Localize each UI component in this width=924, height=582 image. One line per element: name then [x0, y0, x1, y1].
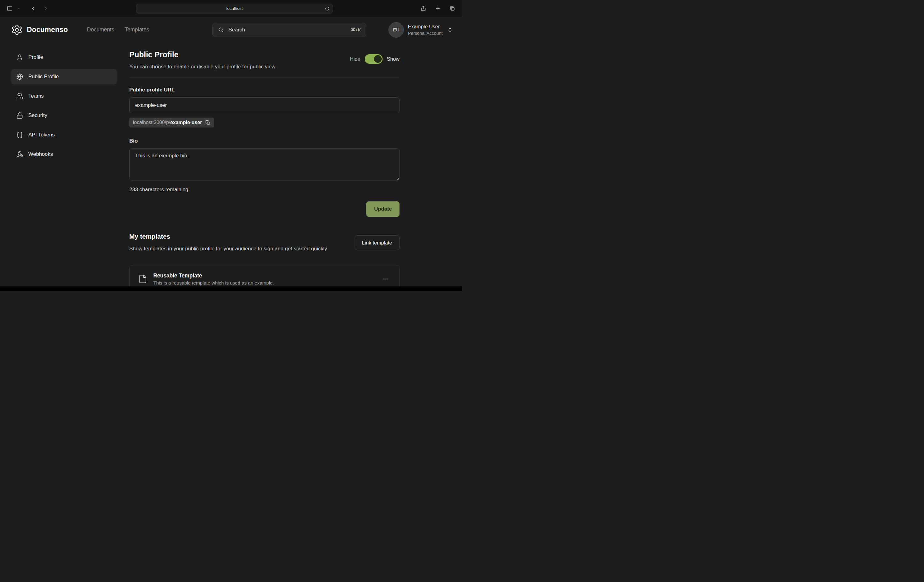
- template-title: Reusable Template: [153, 273, 274, 279]
- templates-head: My templates Show templates in your publ…: [129, 233, 399, 253]
- url-field-label: Public profile URL: [129, 87, 399, 93]
- search-box[interactable]: ⌘+K: [212, 23, 366, 37]
- globe-icon: [16, 73, 23, 80]
- page-title: Public Profile: [129, 50, 277, 59]
- back-button[interactable]: [29, 4, 37, 13]
- settings-sidebar: Profile Public Profile Teams Security AP…: [12, 50, 117, 166]
- window-bottom-strip: [0, 286, 462, 291]
- toggle-show-label: Show: [387, 56, 399, 62]
- toggle-hide-label: Hide: [350, 56, 360, 62]
- app-header: Documenso Documents Templates ⌘+K EU Exa…: [0, 17, 462, 42]
- nav-item-documents[interactable]: Documents: [87, 26, 114, 33]
- sidebar-item-profile[interactable]: Profile: [12, 50, 117, 65]
- public-profile-settings: Public Profile You can choose to enable …: [129, 50, 399, 291]
- user-info: Example User Personal Account: [408, 23, 442, 36]
- braces-icon: [16, 132, 23, 138]
- chevrons-up-down-icon: [447, 27, 453, 33]
- page-head-text: Public Profile You can choose to enable …: [129, 50, 277, 70]
- search-input[interactable]: [228, 26, 346, 33]
- sidebar-item-label: Security: [28, 112, 47, 119]
- public-profile-url-input[interactable]: [129, 97, 399, 113]
- webhook-icon: [16, 151, 23, 158]
- avatar-initials: EU: [393, 27, 399, 32]
- page-head: Public Profile You can choose to enable …: [129, 50, 399, 70]
- toggle-knob: [374, 55, 382, 63]
- update-row: Update: [129, 202, 399, 217]
- sidebar-item-label: Webhooks: [28, 151, 53, 157]
- templates-title: My templates: [129, 233, 327, 240]
- avatar: EU: [388, 22, 404, 38]
- chevron-down-icon: [17, 7, 20, 10]
- documenso-logo-icon: [11, 24, 23, 36]
- address-bar[interactable]: localhost: [136, 4, 333, 13]
- user-account-type: Personal Account: [408, 30, 442, 36]
- templates-head-text: My templates Show templates in your publ…: [129, 233, 327, 253]
- public-url-chip[interactable]: localhost:3000/p/example-user: [129, 117, 214, 127]
- tab-overview-button[interactable]: [448, 4, 457, 13]
- copy-url-button[interactable]: [205, 120, 211, 125]
- sidebar-icon: [7, 5, 13, 12]
- sidebar-item-label: Teams: [28, 93, 44, 99]
- sidebar-toggle-button[interactable]: [5, 4, 14, 13]
- chevron-left-icon: [30, 5, 36, 12]
- visibility-toggle-row: Hide Show: [350, 54, 399, 64]
- search-shortcut-hint: ⌘+K: [351, 27, 361, 32]
- plus-icon: [435, 5, 441, 12]
- lock-icon: [16, 112, 23, 119]
- ellipsis-icon: [383, 276, 389, 283]
- update-button[interactable]: Update: [366, 202, 399, 217]
- toolbar-right-controls: [419, 4, 457, 13]
- users-icon: [16, 93, 23, 99]
- copy-icon: [205, 120, 211, 125]
- share-icon: [421, 5, 426, 12]
- bio-field-label: Bio: [129, 138, 399, 144]
- section-divider: [129, 77, 399, 78]
- sidebar-item-label: API Tokens: [28, 132, 55, 138]
- chevron-right-icon: [43, 5, 49, 12]
- toolbar-left-controls: [5, 4, 50, 13]
- reload-button[interactable]: [324, 6, 330, 12]
- brand-home-link[interactable]: Documenso: [11, 24, 68, 36]
- browser-toolbar: localhost: [0, 0, 462, 17]
- sidebar-menu-button[interactable]: [16, 5, 21, 12]
- share-button[interactable]: [419, 4, 427, 13]
- profile-visibility-toggle[interactable]: [365, 54, 383, 64]
- characters-remaining: 233 characters remaining: [129, 187, 399, 193]
- brand-name: Documenso: [27, 26, 68, 34]
- user-icon: [16, 54, 23, 61]
- address-bar-url: localhost: [226, 6, 243, 11]
- user-name: Example User: [408, 23, 442, 30]
- sidebar-item-webhooks[interactable]: Webhooks: [12, 147, 117, 162]
- templates-description: Show templates in your public profile fo…: [129, 245, 327, 253]
- public-url-text: localhost:3000/p/example-user: [133, 120, 202, 125]
- main-nav: Documents Templates: [87, 26, 149, 33]
- toolbar-center: localhost: [50, 4, 419, 13]
- tabs-icon: [449, 5, 455, 12]
- public-url-slug: example-user: [170, 120, 202, 125]
- sidebar-item-label: Profile: [28, 54, 43, 60]
- page-subtitle: You can choose to enable or disable your…: [129, 64, 277, 70]
- sidebar-item-security[interactable]: Security: [12, 108, 117, 123]
- nav-item-templates[interactable]: Templates: [125, 26, 149, 33]
- public-url-prefix: localhost:3000/p/: [133, 120, 170, 125]
- search-icon: [218, 27, 224, 33]
- new-tab-button[interactable]: [434, 4, 442, 13]
- file-icon: [138, 274, 147, 284]
- sidebar-item-public-profile[interactable]: Public Profile: [12, 69, 117, 84]
- template-description: This is a reusable template which is use…: [153, 280, 274, 286]
- user-menu[interactable]: EU Example User Personal Account: [388, 22, 453, 38]
- sidebar-item-api-tokens[interactable]: API Tokens: [12, 127, 117, 142]
- forward-button[interactable]: [41, 4, 50, 13]
- reload-icon: [325, 7, 329, 11]
- template-info: Reusable Template This is a reusable tem…: [153, 273, 274, 286]
- sidebar-item-label: Public Profile: [28, 74, 59, 80]
- link-template-button[interactable]: Link template: [355, 235, 399, 250]
- sidebar-item-teams[interactable]: Teams: [12, 88, 117, 104]
- app-body: Profile Public Profile Teams Security AP…: [0, 42, 462, 291]
- template-menu-button[interactable]: [381, 274, 391, 284]
- bio-textarea[interactable]: This is an example bio.: [129, 149, 399, 180]
